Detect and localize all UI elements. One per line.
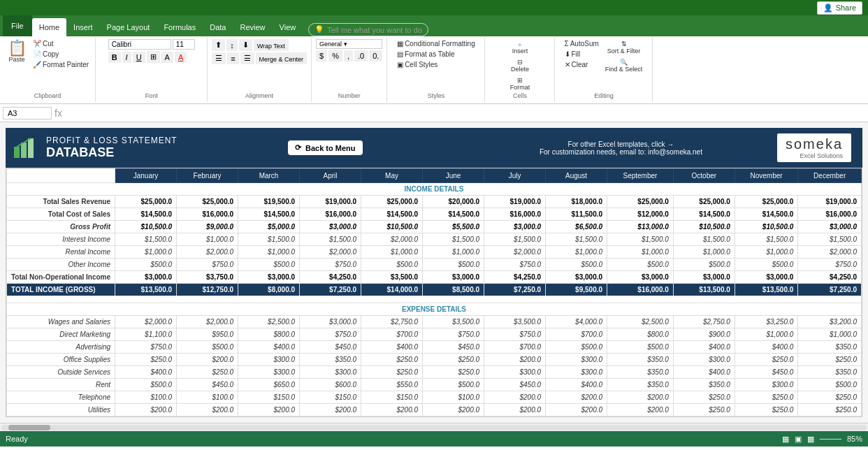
copy-button[interactable]: 📄 Copy (31, 50, 91, 59)
find-select-button[interactable]: 🔍 Find & Select (602, 57, 646, 74)
font-group: B I U ⊞ A A Font (96, 38, 208, 102)
tab-view[interactable]: View (273, 18, 303, 36)
col-dec: December (798, 169, 862, 183)
format-painter-icon: 🖌️ (33, 61, 41, 68)
col-jul: July (484, 169, 546, 183)
cells-controls: ⬦ Insert ⊟ Delete ⊞ Format (507, 39, 533, 92)
delete-button[interactable]: ⊟ Delete (507, 57, 533, 74)
expense-row: Office Supplies$250.0$200.0$300.0$350.0$… (7, 354, 862, 366)
zoom-slider[interactable]: ──── (820, 435, 841, 443)
align-bottom-button[interactable]: ⬇ (239, 39, 252, 51)
currency-button[interactable]: $ (316, 50, 327, 61)
back-to-menu-button[interactable]: ⟳ Back to Menu (288, 140, 363, 155)
sort-icon: ⇅ (621, 41, 627, 48)
tab-data[interactable]: Data (203, 18, 233, 36)
bold-button[interactable]: B (108, 52, 121, 63)
align-center-button[interactable]: ≡ (227, 52, 238, 64)
number-content: General ▾ $ % , .0 0. (316, 39, 382, 92)
insert-button[interactable]: ⬦ Insert (507, 39, 533, 56)
tab-insert[interactable]: Insert (66, 18, 100, 36)
share-button[interactable]: 👤 Share (817, 1, 862, 15)
col-nov: November (735, 169, 798, 183)
wrap-text-button[interactable]: Wrap Text (254, 39, 289, 51)
tab-formulas[interactable]: Formulas (157, 18, 203, 36)
ribbon: 📋 Paste ✂️ Cut 📄 Copy 🖌️ Format Painter … (0, 36, 868, 104)
scrollbar-thumb[interactable] (8, 425, 50, 430)
tab-page-layout[interactable]: Page Layout (100, 18, 157, 36)
increase-decimal-button[interactable]: .0 (354, 50, 368, 61)
merge-center-button[interactable]: Merge & Center (256, 52, 308, 64)
expense-row: Telephone$100.0$100.0$150.0$150.0$150.0$… (7, 391, 862, 404)
copy-icon: 📄 (33, 50, 41, 58)
svg-rect-0 (14, 147, 20, 158)
autosum-button[interactable]: Σ AutoSum (563, 39, 601, 48)
income-row: Total Non-Operational Income$3,000.0$3,7… (7, 271, 862, 284)
insert-icon: ⬦ (518, 41, 521, 48)
number-format-dropdown[interactable]: General ▾ (316, 39, 382, 49)
col-may: May (361, 169, 423, 183)
format-painter-button[interactable]: 🖌️ Format Painter (31, 60, 91, 69)
horizontal-scrollbar[interactable] (0, 423, 868, 431)
tab-file[interactable]: File (3, 15, 32, 36)
cell-reference-input[interactable] (3, 107, 52, 119)
income-section-header-row: INCOME DETAILS (7, 183, 862, 196)
col-oct: October (673, 169, 735, 183)
underline-button[interactable]: U (133, 52, 145, 63)
page-layout-button[interactable]: ▣ (795, 435, 802, 444)
editing-controls: Σ AutoSum ⬇ Fill ✕ Clear (563, 39, 601, 69)
font-size-input[interactable] (173, 39, 195, 50)
sort-filter-button[interactable]: ⇅ Sort & Filter (602, 39, 646, 56)
clear-button[interactable]: ✕ Clear (563, 60, 601, 69)
paste-button[interactable]: 📋 Paste (4, 39, 29, 64)
title-bar: 👤 Share (0, 0, 868, 15)
spreadsheet-area: PROFIT & LOSS STATEMENT DATABASE ⟳ Back … (0, 122, 868, 431)
table-icon: ▤ (397, 50, 403, 58)
font-style-row: B I U ⊞ A A (108, 51, 195, 63)
expense-section-header-row: EXPENSE DETAILS (7, 303, 862, 316)
align-top-button[interactable]: ⬆ (212, 39, 225, 51)
percent-button[interactable]: % (328, 50, 342, 61)
align-right-button[interactable]: ☰ (240, 52, 254, 64)
profit-loss-table: January February March April May June Ju… (6, 168, 862, 416)
format-button[interactable]: ⊞ Format (507, 75, 533, 92)
styles-controls: ▦ Conditional Formatting ▤ Format as Tab… (395, 39, 477, 69)
fill-color-button[interactable]: A (161, 52, 173, 63)
editing-group: Σ AutoSum ⬇ Fill ✕ Clear ⇅ Sort & Filter (555, 38, 653, 102)
cell-styles-button[interactable]: ▣ Cell Styles (395, 60, 477, 69)
conditional-icon: ▦ (397, 40, 403, 48)
comma-button[interactable]: , (344, 50, 353, 61)
align-middle-button[interactable]: ↕ (226, 39, 238, 51)
font-name-input[interactable] (108, 39, 171, 50)
number-group: General ▾ $ % , .0 0. Number (312, 38, 387, 102)
header-middle: ⟳ Back to Menu (178, 140, 473, 155)
logo-area: PROFIT & LOSS STATEMENT DATABASE (13, 134, 178, 162)
income-row: Interest Income$1,500.0$1,000.0$1,500.0$… (7, 233, 862, 246)
decrease-decimal-button[interactable]: 0. (369, 50, 382, 61)
tab-review[interactable]: Review (233, 18, 272, 36)
row-label-header (7, 169, 115, 183)
formula-bar: fx (0, 104, 868, 122)
expense-row: Rent$500.0$450.0$650.0$600.0$550.0$500.0… (7, 379, 862, 391)
alignment-group: ⬆ ↕ ⬇ Wrap Text ☰ ≡ ☰ Merge & Center Al (208, 38, 312, 102)
conditional-formatting-button[interactable]: ▦ Conditional Formatting (395, 39, 477, 48)
col-sep: September (607, 169, 674, 183)
person-icon: 👤 (823, 3, 833, 13)
tell-me-input[interactable]: 💡 Tell me what you want to do (308, 23, 428, 36)
format-as-table-button[interactable]: ▤ Format as Table (395, 50, 477, 59)
alignment-controls: ⬆ ↕ ⬇ Wrap Text ☰ ≡ ☰ Merge & Center (212, 39, 307, 64)
format-icon: ⊞ (517, 77, 523, 84)
sigma-icon: Σ (565, 40, 569, 48)
fill-button[interactable]: ⬇ Fill (563, 50, 601, 59)
menu-icon: ⟳ (295, 143, 301, 152)
align-left-button[interactable]: ☰ (212, 52, 226, 64)
italic-button[interactable]: I (122, 52, 131, 63)
formula-input[interactable] (65, 109, 865, 117)
page-break-button[interactable]: ▩ (807, 435, 814, 444)
tab-home[interactable]: Home (32, 18, 66, 36)
font-color-button[interactable]: A (175, 52, 187, 63)
cell-styles-icon: ▣ (397, 61, 403, 68)
border-button[interactable]: ⊞ (147, 51, 160, 63)
col-mar: March (238, 169, 300, 183)
cut-button[interactable]: ✂️ Cut (31, 39, 91, 48)
normal-view-button[interactable]: ▦ (782, 435, 789, 444)
